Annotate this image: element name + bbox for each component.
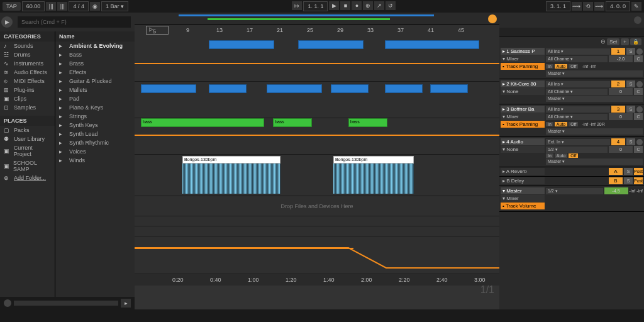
master-lane[interactable] xyxy=(135,236,499,274)
place-item[interactable]: ▣Current Project xyxy=(0,143,55,158)
cat-item[interactable]: ⊡Samples xyxy=(0,103,55,112)
return-b-lane[interactable] xyxy=(135,226,499,236)
cat-item[interactable]: ⎋MIDI Effects xyxy=(0,77,55,86)
overview-strip[interactable] xyxy=(135,13,499,25)
new-scene-icon[interactable]: + xyxy=(621,38,629,45)
cat-item[interactable]: ▣Clips xyxy=(0,94,55,103)
return-letter[interactable]: A xyxy=(609,168,623,175)
track-2-lane[interactable] xyxy=(135,82,499,118)
punch-out-icon[interactable]: ⟿ xyxy=(594,2,604,11)
return-letter[interactable]: B xyxy=(609,177,623,184)
name-item[interactable]: ▸Synth Keys xyxy=(55,121,135,130)
name-item[interactable]: ▸Voices xyxy=(55,147,135,156)
name-item[interactable]: ▸Synth Lead xyxy=(55,130,135,138)
cat-item[interactable]: ♪Sounds xyxy=(0,42,55,50)
monitor-off[interactable]: Off xyxy=(569,64,578,69)
volume[interactable]: 0 xyxy=(609,146,633,153)
output[interactable]: Master ▾ xyxy=(546,158,643,165)
cat-item[interactable]: ≋Audio Effects xyxy=(0,68,55,77)
stop-button[interactable]: ■ xyxy=(340,1,350,10)
volume[interactable]: -2.0 xyxy=(609,55,633,62)
track-number[interactable]: 1 xyxy=(611,48,625,55)
monitor-auto[interactable]: Auto xyxy=(555,122,567,126)
monitor-off[interactable]: Off xyxy=(569,153,578,158)
arm-button[interactable] xyxy=(636,48,643,55)
track-name[interactable]: ▸ 3 Boffner Ba xyxy=(501,106,545,113)
track-number[interactable]: 2 xyxy=(611,80,625,87)
solo-button[interactable]: S xyxy=(626,138,635,145)
automation-arm-icon[interactable]: ↗ xyxy=(374,1,384,10)
input-channel[interactable]: All Channe ▾ xyxy=(546,89,608,95)
loop-switch-icon[interactable]: ⟲ xyxy=(583,2,593,11)
panel-arrow-icon[interactable]: ▸ xyxy=(121,299,131,308)
play-button[interactable]: ▶ xyxy=(329,1,339,10)
preview-toggle[interactable] xyxy=(4,299,11,307)
post-button[interactable]: Post xyxy=(634,177,643,184)
output[interactable]: Master ▾ xyxy=(546,96,643,102)
post-button[interactable]: Post xyxy=(634,168,643,175)
automation-param[interactable]: • Track Panning xyxy=(501,63,545,70)
name-item[interactable]: ▸Ambient & Evolving xyxy=(55,42,135,50)
name-item[interactable]: ▸Winds xyxy=(55,156,135,165)
output[interactable]: Master ▾ xyxy=(546,128,643,135)
mixer-section[interactable]: ▾ Mixer xyxy=(501,113,545,120)
master-name[interactable]: ▾ Master xyxy=(501,187,545,194)
track-1-lane[interactable] xyxy=(135,36,499,82)
bpm-field[interactable]: 60.00 xyxy=(22,1,45,11)
name-item[interactable]: ▸Mallets xyxy=(55,86,135,94)
monitor-in[interactable]: In xyxy=(546,153,553,158)
solo-button[interactable]: S xyxy=(626,106,635,113)
arm-button[interactable] xyxy=(636,106,643,113)
track-name[interactable]: ▸ 4 Audio xyxy=(501,138,545,145)
nudge-down-icon[interactable]: ||| xyxy=(57,2,67,11)
input-channel[interactable]: All Channe ▾ xyxy=(546,56,608,62)
preview-play-icon[interactable]: ▶ xyxy=(1,16,13,28)
input-type[interactable]: Ext. In ▾ xyxy=(546,139,610,145)
input-channel[interactable]: All Channe ▾ xyxy=(546,114,608,120)
record-button[interactable]: ● xyxy=(352,1,362,10)
name-item[interactable]: ▸Strings xyxy=(55,112,135,121)
input-channel[interactable]: 1/2 ▾ xyxy=(546,147,608,153)
monitor-auto[interactable]: Auto xyxy=(555,64,567,69)
drop-zone[interactable]: Drop Files and Devices Here xyxy=(135,196,499,216)
track-4-lane[interactable]: Bongos-130bpm Bongos-130bpm xyxy=(135,155,499,196)
c-button[interactable]: C xyxy=(634,146,643,153)
name-item[interactable]: ▸Pad xyxy=(55,94,135,103)
name-item[interactable]: ▸Guitar & Plucked xyxy=(55,77,135,86)
cat-item[interactable]: ⊞Plug-ins xyxy=(0,86,55,94)
c-button[interactable]: C xyxy=(634,113,643,120)
monitor-auto[interactable]: Auto xyxy=(555,153,567,158)
loop-length[interactable]: 4. 0. 0 xyxy=(606,1,630,11)
solo-button[interactable]: S xyxy=(626,80,635,87)
mixer-section[interactable]: ▾ Mixer xyxy=(501,55,545,62)
return-name[interactable]: ▸ B Delay xyxy=(501,177,545,184)
name-item[interactable]: ▸Bass xyxy=(55,50,135,59)
time-sig[interactable]: 4 / 4 xyxy=(69,1,89,11)
track-3-lane[interactable]: bass bass bass xyxy=(135,118,499,155)
time-ruler[interactable]: 0:200:40 1:001:20 1:402:00 2:202:40 3:00 xyxy=(135,274,499,286)
metronome-toggle[interactable]: ◉ xyxy=(90,2,100,11)
volume[interactable]: 0 xyxy=(609,88,633,95)
arm-button[interactable] xyxy=(636,81,643,87)
loop-start[interactable]: 3. 1. 1 xyxy=(546,1,570,11)
lock-icon[interactable]: 🔒 xyxy=(630,38,641,45)
track-name[interactable]: ▸ 1 Sadness P xyxy=(501,48,545,55)
automation-param[interactable]: • Track Panning xyxy=(501,121,545,128)
monitor-off[interactable]: Off xyxy=(569,122,578,126)
song-position[interactable]: 1. 1. 1 xyxy=(303,1,328,11)
name-item[interactable]: ▸Brass xyxy=(55,59,135,68)
search-input[interactable]: Search (Cmd + F) xyxy=(18,16,131,28)
master-mixer[interactable]: ▾ Mixer xyxy=(501,195,545,202)
set-nav-icon[interactable]: ⊖ xyxy=(601,38,606,45)
input-type[interactable]: All Ins ▾ xyxy=(546,81,610,87)
cat-item[interactable]: ☳Drums xyxy=(0,50,55,59)
bar-ruler[interactable]: ▷ 5 913 1721 2529 3337 4145 xyxy=(135,25,499,36)
name-item[interactable]: ▸Piano & Keys xyxy=(55,103,135,112)
solo-button[interactable]: S xyxy=(624,177,633,184)
volume[interactable]: 0 xyxy=(609,113,633,120)
solo-button[interactable]: S xyxy=(626,48,635,55)
draw-mode-icon[interactable]: ✎ xyxy=(631,2,641,11)
monitor-in[interactable]: In xyxy=(546,64,553,69)
c-button[interactable]: C xyxy=(634,55,643,62)
track-name[interactable]: ▸ 2 Kit-Core 80 xyxy=(501,80,545,87)
